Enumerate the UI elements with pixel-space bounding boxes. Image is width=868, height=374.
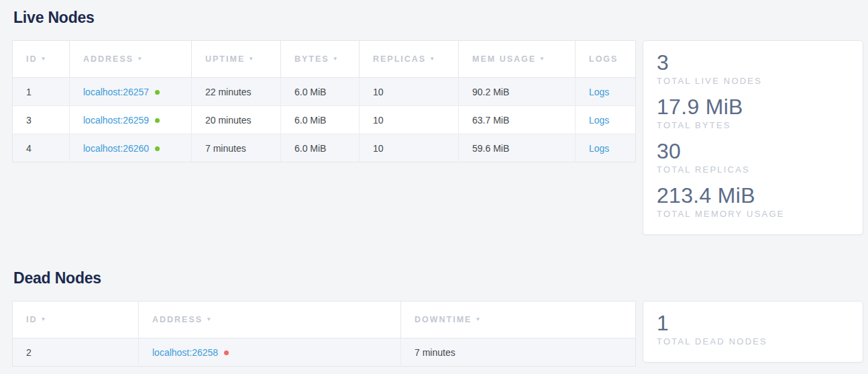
live-nodes-table: ID▼ADDRESS▼UPTIME▼BYTES▼REPLICAS▼MEM USA… [12,40,636,162]
logs-cell: Logs [576,106,636,134]
id-cell: 4 [13,134,70,162]
column-label: ADDRESS [83,54,133,64]
summary-stat: 30TOTAL REPLICAS [657,138,849,175]
column-header-downtime[interactable]: DOWNTIME▼ [401,301,636,338]
column-header-replicas[interactable]: REPLICAS▼ [360,41,459,78]
mem_usage-cell: 90.2 MiB [459,78,576,106]
replicas-cell: 10 [360,78,459,106]
dead-nodes-row: ID▼ADDRESS▼DOWNTIME▼2localhost:262587 mi… [12,301,863,367]
address-cell: localhost:26258 [139,338,401,367]
summary-value: 213.4 MiB [657,183,849,208]
column-label: DOWNTIME [415,315,472,324]
live-nodes-summary-card: 3TOTAL LIVE NODES17.9 MiBTOTAL BYTES30TO… [643,40,863,235]
live-nodes-section: Live Nodes ID▼ADDRESS▼UPTIME▼BYTES▼REPLI… [12,9,863,235]
id-cell: 1 [13,78,70,106]
address-cell: localhost:26257 [70,78,192,106]
live-nodes-title: Live Nodes [13,9,863,27]
sort-arrow-icon: ▼ [206,316,213,322]
dead-nodes-title: Dead Nodes [13,269,863,287]
live-status-icon [155,146,160,151]
mem_usage-cell: 59.6 MiB [459,134,576,162]
logs-cell: Logs [576,134,636,162]
live-status-icon [155,90,160,95]
table-row: 2localhost:262587 minutes [13,338,636,367]
address-link[interactable]: localhost:26260 [83,143,149,154]
address-cell: localhost:26259 [70,106,192,134]
address-link[interactable]: localhost:26259 [83,115,149,126]
column-label: MEM USAGE [472,54,536,64]
column-header-address[interactable]: ADDRESS▼ [139,301,401,338]
column-label: BYTES [294,54,329,64]
id-cell: 3 [13,106,70,134]
replicas-cell: 10 [360,106,459,134]
table-row: 1localhost:2625722 minutes6.0 MiB1090.2 … [13,78,636,106]
summary-label: TOTAL REPLICAS [657,165,849,175]
sort-arrow-icon: ▼ [429,56,436,62]
uptime-cell: 20 minutes [192,106,281,134]
sort-arrow-icon: ▼ [333,56,339,62]
summary-stat: 213.4 MiBTOTAL MEMORY USAGE [657,183,849,219]
id-cell: 2 [13,338,139,367]
dead-status-icon [224,350,229,355]
sort-arrow-icon: ▼ [539,56,546,62]
summary-value: 1 [657,310,849,336]
uptime-cell: 22 minutes [192,78,281,106]
dead-nodes-table: ID▼ADDRESS▼DOWNTIME▼2localhost:262587 mi… [12,301,636,367]
column-label: ADDRESS [152,315,203,324]
dead-nodes-section: Dead Nodes ID▼ADDRESS▼DOWNTIME▼2localhos… [12,269,863,367]
column-header-mem_usage[interactable]: MEM USAGE▼ [459,41,576,78]
dead-nodes-summary-card: 1TOTAL DEAD NODES [643,301,863,363]
summary-label: TOTAL BYTES [657,120,849,130]
bytes-cell: 6.0 MiB [281,134,360,162]
table-row: 4localhost:262607 minutes6.0 MiB1059.6 M… [13,134,636,162]
address-link[interactable]: localhost:26258 [152,347,218,358]
sort-arrow-icon: ▼ [475,316,482,322]
address-link[interactable]: localhost:26257 [83,87,149,97]
column-label: LOGS [589,54,618,64]
mem_usage-cell: 63.7 MiB [459,106,576,134]
address-cell: localhost:26260 [70,134,192,162]
column-label: ID [26,54,38,64]
sort-arrow-icon: ▼ [137,56,144,62]
sort-arrow-icon: ▼ [41,56,48,62]
summary-label: TOTAL MEMORY USAGE [657,209,849,219]
table-header-row: ID▼ADDRESS▼DOWNTIME▼ [13,301,636,338]
bytes-cell: 6.0 MiB [281,78,360,106]
nodes-overview-page: Live Nodes ID▼ADDRESS▼UPTIME▼BYTES▼REPLI… [0,0,868,367]
column-header-bytes[interactable]: BYTES▼ [281,41,360,78]
summary-value: 3 [657,50,849,75]
logs-cell: Logs [576,78,636,106]
table-header-row: ID▼ADDRESS▼UPTIME▼BYTES▼REPLICAS▼MEM USA… [13,41,636,78]
logs-link[interactable]: Logs [589,115,609,126]
column-label: UPTIME [205,54,245,64]
sort-arrow-icon: ▼ [248,56,255,62]
summary-label: TOTAL LIVE NODES [657,76,849,86]
replicas-cell: 10 [360,134,459,162]
bytes-cell: 6.0 MiB [281,106,360,134]
column-header-id[interactable]: ID▼ [13,41,70,78]
summary-value: 30 [657,138,849,164]
column-label: REPLICAS [373,54,426,64]
column-header-address[interactable]: ADDRESS▼ [70,41,192,78]
summary-stat: 3TOTAL LIVE NODES [657,50,849,86]
column-header-id[interactable]: ID▼ [13,301,139,338]
summary-stat: 17.9 MiBTOTAL BYTES [657,94,849,130]
summary-label: TOTAL DEAD NODES [657,336,849,346]
sort-arrow-icon: ▼ [41,316,48,322]
column-label: ID [26,315,38,324]
logs-link[interactable]: Logs [589,143,609,154]
summary-stat: 1TOTAL DEAD NODES [657,310,849,346]
table-row: 3localhost:2625920 minutes6.0 MiB1063.7 … [13,106,636,134]
column-header-logs: LOGS [576,41,636,78]
live-nodes-row: ID▼ADDRESS▼UPTIME▼BYTES▼REPLICAS▼MEM USA… [12,40,863,235]
downtime-cell: 7 minutes [401,338,636,367]
logs-link[interactable]: Logs [589,87,609,97]
column-header-uptime[interactable]: UPTIME▼ [192,41,281,78]
uptime-cell: 7 minutes [192,134,281,162]
live-status-icon [155,118,160,123]
summary-value: 17.9 MiB [657,94,849,120]
